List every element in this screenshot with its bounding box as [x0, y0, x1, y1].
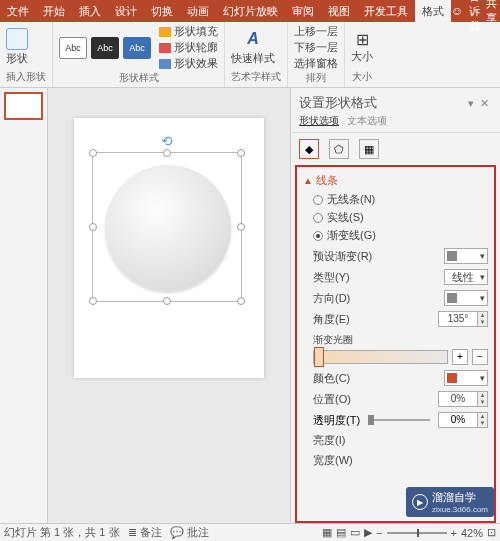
- view-reading-icon[interactable]: ▭: [350, 526, 360, 539]
- tab-review[interactable]: 审阅: [285, 0, 321, 22]
- pane-title: 设置形状格式: [299, 94, 465, 112]
- fit-icon[interactable]: ⊡: [487, 526, 496, 539]
- remove-stop[interactable]: −: [472, 349, 488, 365]
- radio-no-line[interactable]: 无线条(N): [313, 192, 488, 207]
- color-dropdown[interactable]: ▾: [444, 370, 488, 386]
- group-label: 排列: [294, 71, 338, 86]
- position-spinner[interactable]: ▲▼: [478, 391, 488, 407]
- pane-body: ▲ 线条 无线条(N) 实线(S) 渐变线(G) 预设渐变(R)▾ 类型(Y)线…: [295, 165, 496, 523]
- line-section[interactable]: ▲ 线条: [303, 173, 488, 188]
- angle-label: 角度(E): [313, 312, 438, 327]
- style-preset-1[interactable]: Abc: [59, 37, 87, 59]
- main-area: 1 ⟲ 设置形状格式 ▾ ✕ 形状选项: [0, 88, 500, 523]
- tab-developer[interactable]: 开发工具: [357, 0, 415, 22]
- resize-handle[interactable]: [89, 149, 97, 157]
- gradient-bar[interactable]: [313, 350, 448, 364]
- tab-home[interactable]: 开始: [36, 0, 72, 22]
- resize-handle[interactable]: [89, 297, 97, 305]
- text-options-tab[interactable]: 文本选项: [347, 114, 387, 128]
- rotate-handle[interactable]: ⟲: [161, 133, 173, 149]
- view-normal-icon[interactable]: ▦: [322, 526, 332, 539]
- tab-format[interactable]: 格式: [415, 0, 451, 22]
- tell-me[interactable]: 告诉我: [469, 0, 480, 34]
- notes-button[interactable]: ≣ 备注: [128, 525, 162, 540]
- size-button[interactable]: ⊞ 大小: [351, 30, 373, 64]
- group-size: ⊞ 大小 大小: [345, 22, 379, 87]
- direction-label: 方向(D): [313, 291, 444, 306]
- radio-gradient-line[interactable]: 渐变线(G): [313, 228, 488, 243]
- preset-label: 预设渐变(R): [313, 249, 444, 264]
- shape-outline[interactable]: 形状轮廓: [159, 40, 218, 55]
- resize-handle[interactable]: [237, 297, 245, 305]
- size-icon: ⊞: [356, 30, 369, 49]
- angle-spinner[interactable]: ▲▼: [478, 311, 488, 327]
- selection-box[interactable]: ⟲: [92, 152, 242, 302]
- fill-line-icon[interactable]: ◆: [299, 139, 319, 159]
- style-preset-3[interactable]: Abc: [123, 37, 151, 59]
- tab-slideshow[interactable]: 幻灯片放映: [216, 0, 285, 22]
- color-label: 颜色(C): [313, 371, 444, 386]
- watermark: ▶ 溜溜自学zixue.3d66.com: [406, 487, 494, 517]
- resize-handle[interactable]: [163, 297, 171, 305]
- pane-menu[interactable]: ▾: [465, 97, 477, 110]
- bucket-icon: [159, 27, 171, 37]
- style-preset-2[interactable]: Abc: [91, 37, 119, 59]
- view-slideshow-icon[interactable]: ▶: [364, 526, 372, 539]
- transparency-spinner[interactable]: ▲▼: [478, 412, 488, 428]
- size-props-icon[interactable]: ▦: [359, 139, 379, 159]
- shape-icon: [6, 28, 28, 50]
- bring-forward[interactable]: 上移一层: [294, 24, 338, 39]
- shape-circle[interactable]: [105, 165, 231, 291]
- tab-file[interactable]: 文件: [0, 0, 36, 22]
- fx-icon: [159, 59, 171, 69]
- view-sorter-icon[interactable]: ▤: [336, 526, 346, 539]
- shapes-button[interactable]: 形状: [6, 28, 28, 66]
- tab-insert[interactable]: 插入: [72, 0, 108, 22]
- shape-options-tab[interactable]: 形状选项: [299, 114, 339, 128]
- wordart-button[interactable]: A 快速样式: [231, 28, 275, 66]
- send-backward[interactable]: 下移一层: [294, 40, 338, 55]
- preset-dropdown[interactable]: ▾: [444, 248, 488, 264]
- group-wordart: A 快速样式 艺术字样式: [225, 22, 288, 87]
- resize-handle[interactable]: [163, 149, 171, 157]
- comments-button[interactable]: 💬 批注: [170, 525, 209, 540]
- shape-fill[interactable]: 形状填充: [159, 24, 218, 39]
- zoom-level[interactable]: 42%: [461, 527, 483, 539]
- shape-effects[interactable]: 形状效果: [159, 56, 218, 71]
- transparency-input[interactable]: 0%: [438, 412, 478, 428]
- add-stop[interactable]: +: [452, 349, 468, 365]
- tab-view[interactable]: 视图: [321, 0, 357, 22]
- selection-pane[interactable]: 选择窗格: [294, 56, 338, 71]
- transparency-slider[interactable]: [368, 419, 430, 421]
- resize-handle[interactable]: [89, 223, 97, 231]
- transparency-label: 透明度(T): [313, 413, 360, 428]
- position-label: 位置(O): [313, 392, 438, 407]
- group-label: 形状样式: [59, 71, 218, 86]
- tab-transitions[interactable]: 切换: [144, 0, 180, 22]
- group-shape-styles: Abc Abc Abc 形状填充 形状轮廓 形状效果 形状样式: [53, 22, 225, 87]
- direction-dropdown[interactable]: ▾: [444, 290, 488, 306]
- gradient-stop[interactable]: [314, 347, 324, 367]
- radio-solid-line[interactable]: 实线(S): [313, 210, 488, 225]
- group-insert-shape: 形状 插入形状: [0, 22, 53, 87]
- slide-canvas[interactable]: ⟲: [48, 88, 290, 523]
- resize-handle[interactable]: [237, 149, 245, 157]
- angle-input[interactable]: 135°: [438, 311, 478, 327]
- zoom-slider[interactable]: [387, 532, 447, 534]
- play-icon: ▶: [412, 494, 428, 510]
- pen-icon: [159, 43, 171, 53]
- type-dropdown[interactable]: 线性▾: [444, 269, 488, 285]
- zoom-in[interactable]: +: [451, 527, 457, 539]
- zoom-out[interactable]: −: [376, 527, 382, 539]
- pane-close[interactable]: ✕: [477, 97, 492, 110]
- type-label: 类型(Y): [313, 270, 444, 285]
- tab-design[interactable]: 设计: [108, 0, 144, 22]
- effects-icon[interactable]: ⬠: [329, 139, 349, 159]
- share-button[interactable]: 共享: [486, 0, 497, 26]
- width-label: 宽度(W): [313, 453, 488, 468]
- tab-animations[interactable]: 动画: [180, 0, 216, 22]
- thumbnail-1[interactable]: [4, 92, 43, 120]
- resize-handle[interactable]: [237, 223, 245, 231]
- stops-label: 渐变光圈: [313, 333, 488, 347]
- position-input[interactable]: 0%: [438, 391, 478, 407]
